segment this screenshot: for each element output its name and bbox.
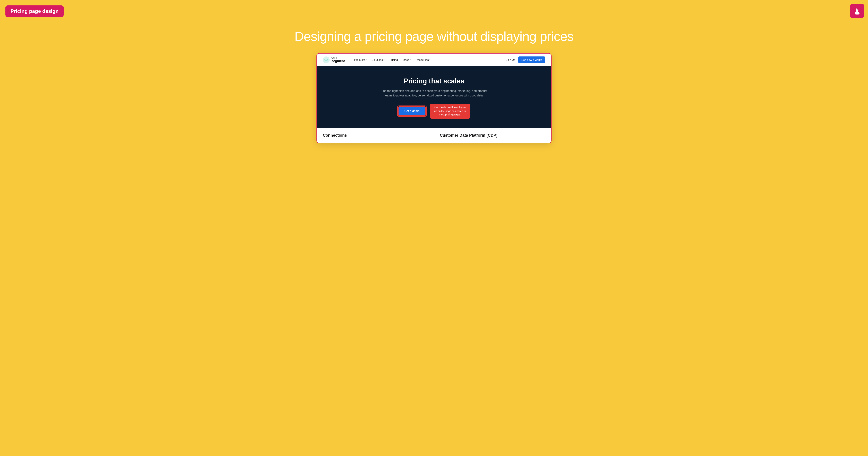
hero-subtext: Find the right plan and add-ons to enabl… xyxy=(380,89,488,98)
nav-item-products[interactable]: Products ▾ xyxy=(354,58,367,61)
hero-heading: Pricing that scales xyxy=(324,77,544,85)
nav-item-resources[interactable]: Resources ▾ xyxy=(416,58,430,61)
nav-item-solutions[interactable]: Solutions ▾ xyxy=(372,58,384,61)
page-label: Pricing page design xyxy=(5,5,64,17)
twilio-segment-logo-icon xyxy=(323,56,330,63)
connections-card-title: Connections xyxy=(323,133,428,138)
browser-mockup: twilio segment Products ▾ Solutions ▾ Pr… xyxy=(316,53,552,143)
cdp-card-title: Customer Data Platform (CDP) xyxy=(440,133,545,138)
logo-area[interactable]: twilio segment xyxy=(323,56,345,63)
chevron-down-icon: ▾ xyxy=(383,59,384,61)
cta-annotation: The CTA is positioned higher up on the p… xyxy=(430,104,470,119)
nav-pricing-label: Pricing xyxy=(390,58,398,61)
navbar: twilio segment Products ▾ Solutions ▾ Pr… xyxy=(317,54,551,66)
chevron-down-icon: ▾ xyxy=(366,59,367,61)
nav-actions: Sign Up See how it works xyxy=(506,56,545,63)
cta-row: Get a demo The CTA is positioned higher … xyxy=(324,104,544,119)
connections-card[interactable]: Connections xyxy=(317,128,434,143)
logo-segment: segment xyxy=(332,59,345,63)
sign-up-button[interactable]: Sign Up xyxy=(506,58,515,61)
page-title: Designing a pricing page without display… xyxy=(5,29,863,44)
see-how-it-works-button[interactable]: See how it works xyxy=(518,56,545,63)
get-demo-button[interactable]: Get a demo xyxy=(398,106,426,116)
nav-docs-label: Docs xyxy=(403,58,409,61)
svg-point-0 xyxy=(323,56,330,63)
cdp-card[interactable]: Customer Data Platform (CDP) xyxy=(434,128,551,143)
nav-links: Products ▾ Solutions ▾ Pricing Docs ▾ Re… xyxy=(354,58,500,61)
chevron-down-icon: ▾ xyxy=(430,59,430,61)
logo-text: twilio segment xyxy=(332,57,345,63)
nav-solutions-label: Solutions xyxy=(372,58,383,61)
flame-icon xyxy=(853,7,861,15)
nav-item-pricing[interactable]: Pricing xyxy=(390,58,398,61)
nav-resources-label: Resources xyxy=(416,58,429,61)
nav-products-label: Products xyxy=(354,58,365,61)
logo-twilio: twilio xyxy=(332,57,345,59)
bottom-cards: Connections Customer Data Platform (CDP) xyxy=(317,128,551,143)
chevron-down-icon: ▾ xyxy=(410,59,411,61)
hero-section: Pricing that scales Find the right plan … xyxy=(317,66,551,128)
fire-icon-button[interactable] xyxy=(850,4,864,18)
nav-item-docs[interactable]: Docs ▾ xyxy=(403,58,411,61)
